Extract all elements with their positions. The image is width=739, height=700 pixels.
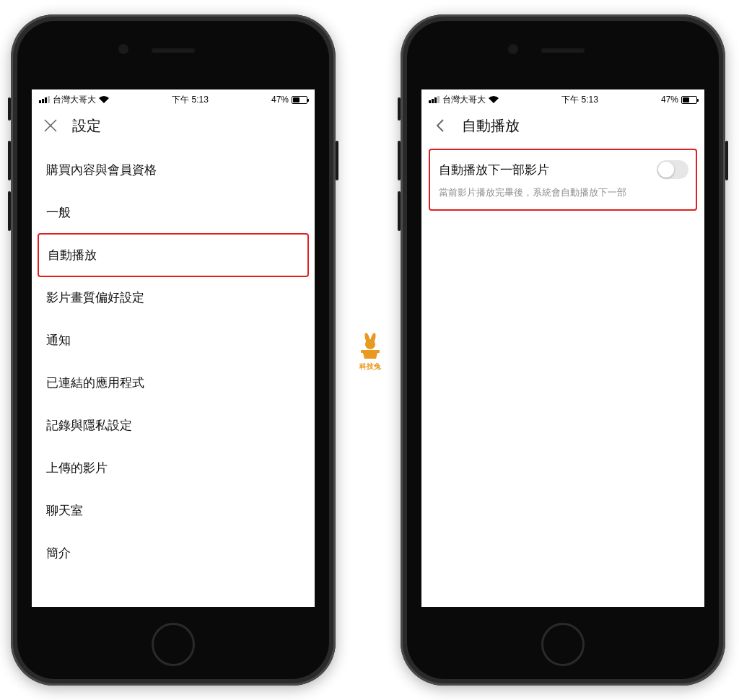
clock: 下午 5:13 xyxy=(561,94,598,106)
page-title: 自動播放 xyxy=(462,116,520,136)
phone-bezel: 台灣大哥大 下午 5:13 47% 設定 購買內容與會員資格 一般 自動播放 xyxy=(17,21,329,679)
close-icon[interactable] xyxy=(43,118,58,133)
carrier-label: 台灣大哥大 xyxy=(442,94,486,106)
silence-switch xyxy=(8,97,11,121)
battery-icon xyxy=(681,96,697,104)
menu-item-connected-apps[interactable]: 已連結的應用程式 xyxy=(32,362,315,404)
watermark: 科技兔 xyxy=(357,331,383,372)
menu-item-autoplay[interactable]: 自動播放 xyxy=(38,233,309,277)
settings-menu: 購買內容與會員資格 一般 自動播放 影片畫質偏好設定 通知 已連結的應用程式 記… xyxy=(32,143,315,580)
power-button xyxy=(725,141,728,180)
svg-point-2 xyxy=(365,339,375,349)
svg-rect-3 xyxy=(361,350,380,353)
autoplay-option-desc: 當前影片播放完畢後，系統會自動播放下一部 xyxy=(439,186,688,199)
phone-camera xyxy=(508,44,518,54)
signal-icon xyxy=(429,96,440,103)
autoplay-option-title: 自動播放下一部影片 xyxy=(439,162,549,178)
phone-speaker xyxy=(541,48,585,53)
home-button[interactable] xyxy=(152,623,195,666)
menu-item-uploads[interactable]: 上傳的影片 xyxy=(32,447,315,489)
volume-up-button xyxy=(8,141,11,180)
volume-up-button xyxy=(398,141,401,180)
battery-pct: 47% xyxy=(271,95,289,105)
volume-down-button xyxy=(398,191,401,231)
menu-item-chat[interactable]: 聊天室 xyxy=(32,489,315,532)
menu-item-history-privacy[interactable]: 記錄與隱私設定 xyxy=(32,404,315,447)
home-button[interactable] xyxy=(541,623,585,666)
phone-frame-right: 台灣大哥大 下午 5:13 47% 自動播放 自動播放下一部影片 xyxy=(401,14,725,686)
autoplay-next-card: 自動播放下一部影片 當前影片播放完畢後，系統會自動播放下一部 xyxy=(429,149,697,211)
screen-autoplay: 台灣大哥大 下午 5:13 47% 自動播放 自動播放下一部影片 xyxy=(421,89,704,607)
silence-switch xyxy=(398,97,401,121)
autoplay-toggle[interactable] xyxy=(657,160,688,179)
menu-item-quality[interactable]: 影片畫質偏好設定 xyxy=(32,276,315,319)
back-icon[interactable] xyxy=(433,118,447,133)
watermark-label: 科技兔 xyxy=(359,362,381,372)
autoplay-section: 自動播放下一部影片 當前影片播放完畢後，系統會自動播放下一部 xyxy=(421,143,704,216)
status-bar: 台灣大哥大 下午 5:13 47% xyxy=(421,91,704,108)
toggle-knob xyxy=(658,162,674,178)
phone-frame-left: 台灣大哥大 下午 5:13 47% 設定 購買內容與會員資格 一般 自動播放 xyxy=(11,14,336,686)
screen-settings: 台灣大哥大 下午 5:13 47% 設定 購買內容與會員資格 一般 自動播放 xyxy=(32,89,315,607)
nav-header: 設定 xyxy=(32,108,315,143)
volume-down-button xyxy=(8,191,11,231)
wifi-icon xyxy=(99,96,109,103)
menu-item-notifications[interactable]: 通知 xyxy=(32,319,315,362)
menu-item-general[interactable]: 一般 xyxy=(32,191,315,234)
status-bar: 台灣大哥大 下午 5:13 47% xyxy=(32,91,315,108)
nav-header: 自動播放 xyxy=(421,108,704,143)
battery-pct: 47% xyxy=(661,95,678,105)
phone-bezel: 台灣大哥大 下午 5:13 47% 自動播放 自動播放下一部影片 xyxy=(407,21,719,679)
menu-item-about[interactable]: 簡介 xyxy=(32,532,315,574)
phone-camera xyxy=(118,44,128,54)
battery-icon xyxy=(292,96,307,104)
wifi-icon xyxy=(489,96,499,103)
rabbit-hat-icon xyxy=(358,331,382,360)
page-title: 設定 xyxy=(72,116,101,136)
menu-item-purchases[interactable]: 購買內容與會員資格 xyxy=(32,149,315,191)
phone-speaker xyxy=(152,48,195,53)
carrier-label: 台灣大哥大 xyxy=(53,94,96,106)
clock: 下午 5:13 xyxy=(172,94,209,106)
power-button xyxy=(336,141,338,180)
signal-icon xyxy=(39,96,50,103)
